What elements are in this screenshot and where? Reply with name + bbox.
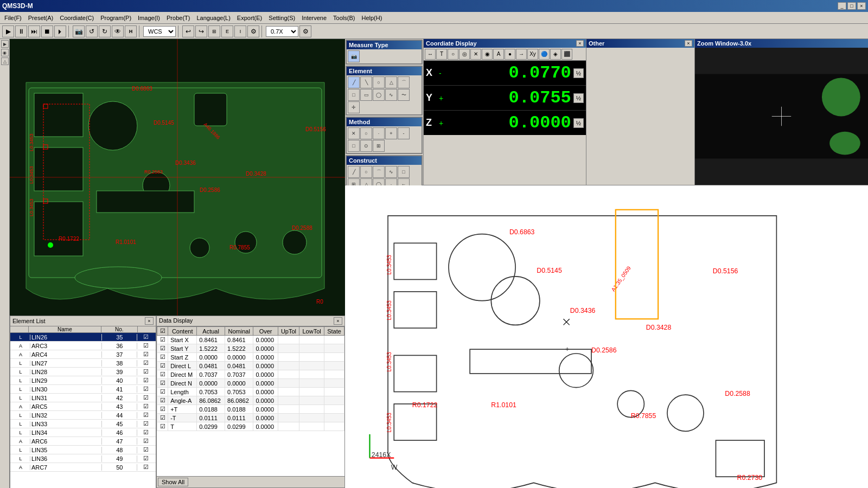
coord-tool-13[interactable]: ⬛: [561, 49, 572, 60]
element-row[interactable]: L LIN29 40 ☑: [10, 376, 156, 385]
element-row[interactable]: L LIN26 35 ☑: [10, 333, 156, 342]
sidebar-icon-3[interactable]: △: [1, 57, 9, 65]
element-row[interactable]: L LIN31 42 ☑: [10, 394, 156, 402]
toolbar-btn-undo[interactable]: ↩: [182, 25, 194, 37]
toolbar-btn-save[interactable]: H: [125, 25, 137, 37]
element-triangle-icon[interactable]: △: [385, 76, 397, 88]
toolbar-btn-refresh[interactable]: ↺: [86, 25, 98, 37]
element-line2-icon[interactable]: ╲: [360, 76, 372, 88]
row-checkbox[interactable]: ☑: [157, 414, 168, 422]
toolbar-btn-settings[interactable]: ⚙: [247, 25, 259, 37]
method-rect-icon[interactable]: □: [348, 140, 360, 152]
element-row[interactable]: A ARC3 36 ☑: [10, 342, 156, 350]
menu-language[interactable]: Language(L): [193, 14, 233, 22]
close-button[interactable]: ×: [857, 2, 866, 10]
play-forward-button[interactable]: ⏵: [54, 25, 66, 37]
element-cross-icon[interactable]: ✛: [348, 101, 360, 113]
skip-forward-button[interactable]: ⏭: [28, 25, 40, 37]
element-row[interactable]: L LIN36 49 ☑: [10, 454, 156, 463]
element-spline-icon[interactable]: 〜: [398, 89, 410, 101]
method-minus-icon[interactable]: -: [398, 127, 410, 139]
zoom-dropdown[interactable]: 0.7X: [266, 26, 298, 37]
element-circle-icon[interactable]: ○: [373, 76, 385, 88]
method-dot-icon[interactable]: ·: [373, 127, 385, 139]
construct-rect-icon[interactable]: □: [398, 166, 410, 178]
menu-image[interactable]: Image(I): [135, 14, 163, 22]
toolbar-btn-redo[interactable]: ↪: [195, 25, 207, 37]
menu-preset[interactable]: Preset(A): [25, 14, 56, 22]
element-row[interactable]: L LIN35 48 ☑: [10, 446, 156, 454]
element-row[interactable]: A ARC7 50 ☑: [10, 463, 156, 472]
x-fraction-btn[interactable]: ½: [573, 68, 584, 78]
row-checkbox[interactable]: ☑: [157, 362, 168, 370]
row-checkbox[interactable]: ☑: [157, 405, 168, 414]
menu-help[interactable]: Help(H): [358, 14, 385, 22]
maximize-button[interactable]: □: [847, 2, 856, 10]
method-circle2-icon[interactable]: ⊙: [360, 140, 372, 152]
sidebar-icon-1[interactable]: ▶: [1, 40, 9, 48]
method-x-icon[interactable]: ✕: [348, 127, 360, 139]
coord-tool-1[interactable]: ↔: [425, 49, 436, 60]
construct-arc-icon[interactable]: ⌒: [373, 166, 385, 178]
coord-tool-12[interactable]: ◈: [550, 49, 561, 60]
menu-file[interactable]: File(F): [1, 14, 25, 22]
coord-tool-2[interactable]: T: [436, 49, 447, 60]
element-circle2-icon[interactable]: ◯: [373, 89, 385, 101]
coord-tool-10[interactable]: Xy: [527, 49, 538, 60]
menu-coordiate[interactable]: Coordiate(C): [56, 14, 97, 22]
coord-close-btn[interactable]: ×: [576, 40, 584, 47]
play-button[interactable]: ▶: [2, 25, 14, 37]
method-grid-icon[interactable]: ⊞: [373, 140, 385, 152]
measure-camera-btn[interactable]: 📷: [348, 50, 360, 62]
element-rect2-icon[interactable]: ▭: [360, 89, 372, 101]
row-checkbox[interactable]: ☑: [157, 353, 168, 362]
row-checkbox[interactable]: ☑: [157, 370, 168, 379]
element-wave-icon[interactable]: ∿: [385, 89, 397, 101]
toolbar-btn-export[interactable]: E: [221, 25, 233, 37]
row-checkbox[interactable]: ☑: [157, 379, 168, 388]
stop-button[interactable]: ⏹: [41, 25, 53, 37]
method-circle-icon[interactable]: ○: [360, 127, 372, 139]
element-row[interactable]: A ARC6 47 ☑: [10, 437, 156, 446]
element-arc-icon[interactable]: ⌒: [398, 76, 410, 88]
element-row[interactable]: A ARC4 37 ☑: [10, 350, 156, 359]
coord-tool-6[interactable]: ◉: [482, 49, 493, 60]
sidebar-icon-2[interactable]: ◉: [1, 49, 9, 56]
menu-intervene[interactable]: Intervene: [298, 14, 330, 22]
element-rect-icon[interactable]: □: [348, 89, 360, 101]
toolbar-btn-measure[interactable]: ⊞: [208, 25, 220, 37]
construct-line-icon[interactable]: ╱: [348, 166, 360, 178]
other-close-btn[interactable]: ×: [685, 40, 692, 47]
element-row[interactable]: L LIN34 46 ☑: [10, 428, 156, 437]
drawing-viewport[interactable]: D0.6863 D0.5145 D0.5156 D0.3436 D0.3428 …: [10, 39, 345, 316]
show-all-button[interactable]: Show All: [158, 478, 188, 486]
element-row[interactable]: L LIN27 38 ☑: [10, 359, 156, 368]
wcs-dropdown[interactable]: WCS: [143, 26, 176, 37]
method-plus-icon[interactable]: +: [385, 127, 397, 139]
element-row[interactable]: A ARC5 43 ☑: [10, 402, 156, 411]
coord-tool-5[interactable]: ✕: [470, 49, 481, 60]
coord-tool-8[interactable]: ●: [505, 49, 515, 60]
menu-program[interactable]: Program(P): [97, 14, 135, 22]
coord-tool-7[interactable]: A: [493, 49, 504, 60]
data-display-close[interactable]: ×: [334, 317, 342, 325]
coord-tool-4[interactable]: ◎: [459, 49, 470, 60]
construct-circle-icon[interactable]: ○: [360, 166, 372, 178]
pause-button[interactable]: ⏸: [15, 25, 27, 37]
y-fraction-btn[interactable]: ½: [573, 93, 584, 103]
row-checkbox[interactable]: ☑: [157, 336, 168, 344]
element-row[interactable]: L LIN33 45 ☑: [10, 420, 156, 428]
row-checkbox[interactable]: ☑: [157, 396, 168, 405]
toolbar-btn-extra[interactable]: ⚙: [299, 25, 311, 37]
z-fraction-btn[interactable]: ½: [573, 118, 584, 128]
coord-tool-9[interactable]: →: [516, 49, 527, 60]
minimize-button[interactable]: _: [838, 2, 846, 10]
element-line-icon[interactable]: ╱: [348, 76, 360, 88]
element-row[interactable]: L LIN28 39 ☑: [10, 368, 156, 376]
element-row[interactable]: L LIN30 41 ☑: [10, 385, 156, 394]
construct-wave-icon[interactable]: ∿: [385, 166, 397, 178]
menu-tools[interactable]: Tools(B): [330, 14, 358, 22]
row-checkbox[interactable]: ☑: [157, 344, 168, 353]
toolbar-btn-rotate[interactable]: ↻: [99, 25, 111, 37]
menu-probe[interactable]: Probe(T): [163, 14, 193, 22]
